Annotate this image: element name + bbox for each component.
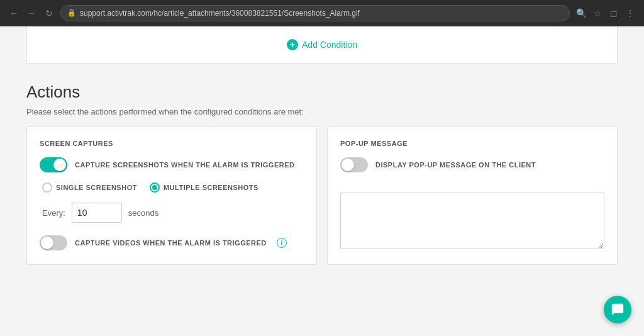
forward-button[interactable]: → <box>25 7 38 20</box>
window-icon[interactable]: ◻ <box>608 7 620 20</box>
popup-message-card: POP-UP MESSAGE DISPLAY POP-UP MESSAGE ON… <box>327 126 618 265</box>
url-text: support.activtrak.com/hc/article_attachm… <box>80 9 563 18</box>
actions-title: Actions <box>26 82 618 102</box>
chat-bubble[interactable] <box>604 296 631 323</box>
multiple-screenshots-radio[interactable] <box>150 182 160 193</box>
screen-captures-title: SCREEN CAPTURES <box>40 140 304 147</box>
capture-videos-toggle-row: CAPTURE VIDEOS WHEN THE ALARM IS TRIGGER… <box>40 235 304 250</box>
popup-message-title: POP-UP MESSAGE <box>340 140 604 147</box>
single-screenshot-option[interactable]: SINGLE SCREENSHOT <box>42 182 137 193</box>
add-condition-label: Add Condition <box>302 40 357 50</box>
actions-subtitle: Please select the actions performed when… <box>26 107 618 116</box>
display-popup-thumb <box>341 159 354 171</box>
plus-circle-icon: + <box>287 39 298 50</box>
every-label: Every: <box>42 208 65 218</box>
star-icon[interactable]: ☆ <box>591 7 604 20</box>
multiple-screenshots-label: MULTIPLE SCREENSHOTS <box>164 184 258 191</box>
every-seconds-input[interactable] <box>72 203 122 223</box>
display-popup-track[interactable] <box>340 157 368 172</box>
browser-actions: 🔍 ☆ ◻ ⋮ <box>575 7 636 20</box>
capture-videos-thumb <box>41 237 53 249</box>
cards-row: SCREEN CAPTURES CAPTURE SCREENSHOTS WHEN… <box>26 126 618 265</box>
multiple-screenshots-option[interactable]: MULTIPLE SCREENSHOTS <box>150 182 258 193</box>
popup-message-textarea[interactable] <box>340 193 604 249</box>
capture-screenshots-track[interactable] <box>40 157 67 172</box>
address-bar: 🔒 support.activtrak.com/hc/article_attac… <box>60 5 570 21</box>
capture-videos-label: CAPTURE VIDEOS WHEN THE ALARM IS TRIGGER… <box>75 239 267 247</box>
add-condition-button[interactable]: + Add Condition <box>287 39 357 50</box>
capture-screenshots-label: CAPTURE SCREENSHOTS WHEN THE ALARM IS TR… <box>75 161 294 169</box>
top-condition-bar: + Add Condition <box>26 26 618 64</box>
every-seconds-row: Every: seconds <box>42 203 304 223</box>
screenshot-type-radio-row: SINGLE SCREENSHOT MULTIPLE SCREENSHOTS <box>42 182 304 193</box>
capture-screenshots-thumb <box>53 159 66 171</box>
single-screenshot-radio[interactable] <box>42 182 52 193</box>
search-icon[interactable]: 🔍 <box>575 7 587 20</box>
display-popup-toggle[interactable] <box>340 157 368 172</box>
chat-icon <box>611 303 625 316</box>
display-popup-toggle-row: DISPLAY POP-UP MESSAGE ON THE CLIENT <box>340 157 604 172</box>
info-icon[interactable]: i <box>277 238 287 248</box>
single-screenshot-label: SINGLE SCREENSHOT <box>56 184 137 191</box>
capture-screenshots-toggle-row: CAPTURE SCREENSHOTS WHEN THE ALARM IS TR… <box>40 157 304 172</box>
reload-button[interactable]: ↻ <box>43 7 55 20</box>
content-area: + Add Condition Actions Please select th… <box>26 26 618 336</box>
capture-screenshots-toggle[interactable] <box>40 157 67 172</box>
capture-videos-toggle[interactable] <box>40 235 67 250</box>
screen-captures-card: SCREEN CAPTURES CAPTURE SCREENSHOTS WHEN… <box>26 126 317 265</box>
browser-chrome: ← → ↻ 🔒 support.activtrak.com/hc/article… <box>0 0 644 26</box>
display-popup-label: DISPLAY POP-UP MESSAGE ON THE CLIENT <box>375 161 536 169</box>
lock-icon: 🔒 <box>67 9 76 17</box>
back-button[interactable]: ← <box>8 7 20 20</box>
page-wrapper: + Add Condition Actions Please select th… <box>0 26 644 336</box>
seconds-label: seconds <box>128 208 158 218</box>
capture-videos-track[interactable] <box>40 235 67 250</box>
actions-section: Actions Please select the actions perfor… <box>26 76 618 271</box>
menu-icon[interactable]: ⋮ <box>624 7 636 20</box>
